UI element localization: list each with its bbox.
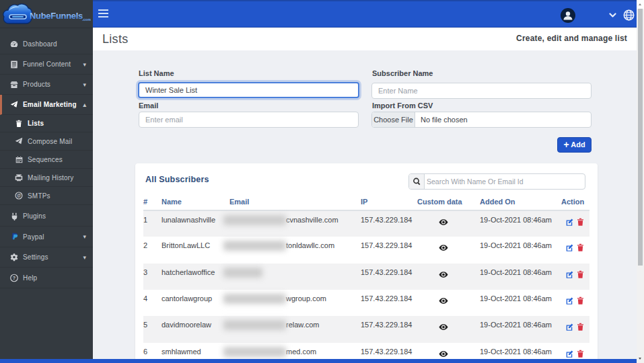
svg-text:.com: .com bbox=[82, 17, 91, 22]
svg-text:NubeFunnels: NubeFunnels bbox=[30, 11, 83, 21]
svg-text:?: ? bbox=[13, 276, 15, 281]
svg-text:@: @ bbox=[17, 193, 21, 198]
